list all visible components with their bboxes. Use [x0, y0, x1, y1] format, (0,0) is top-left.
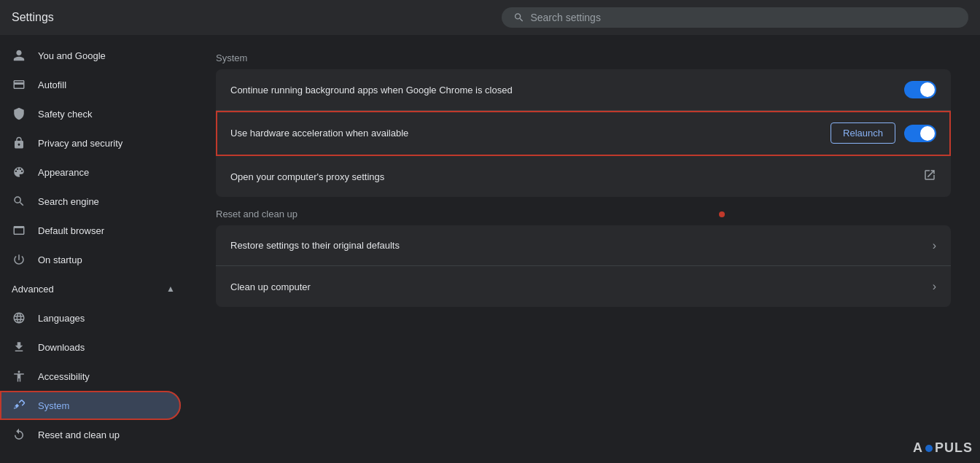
globe-icon: [12, 311, 26, 325]
header-title: Settings: [12, 11, 54, 24]
advanced-label: Advanced: [12, 284, 54, 295]
toggle-thumb: [920, 82, 935, 97]
sidebar-label-autofill: Autofill: [38, 79, 66, 90]
search-bar: [502, 7, 968, 28]
sidebar-item-autofill[interactable]: Autofill: [0, 70, 181, 99]
sidebar-label-privacy: Privacy and security: [38, 138, 122, 149]
sidebar-label-reset: Reset and clean up: [38, 429, 120, 440]
toggle-thumb-hw: [920, 126, 935, 141]
sidebar-item-system[interactable]: System: [0, 391, 181, 420]
sidebar-item-you-and-google[interactable]: You and Google: [0, 41, 181, 70]
power-icon: [12, 252, 26, 267]
sidebar-label-default-browser: Default browser: [38, 225, 104, 236]
red-dot-indicator: [719, 211, 725, 217]
bg-apps-label: Continue running background apps when Go…: [230, 85, 904, 96]
bg-apps-actions: [904, 81, 936, 98]
sidebar-item-on-startup[interactable]: On startup: [0, 245, 181, 274]
sidebar-item-appearance[interactable]: Appearance: [0, 157, 181, 187]
reset-section-title: Reset and clean up: [216, 209, 951, 219]
credit-card-icon: [12, 77, 26, 92]
external-link-icon: [923, 168, 936, 184]
sidebar-item-safety-check[interactable]: Safety check: [0, 99, 181, 128]
palette-icon: [12, 165, 26, 179]
sidebar-item-default-browser[interactable]: Default browser: [0, 216, 181, 245]
clean-up-actions: ›: [933, 280, 936, 293]
clean-up-label: Clean up computer: [230, 281, 933, 292]
hw-acceleration-actions: Relaunch: [831, 122, 936, 144]
download-icon: [12, 340, 26, 354]
proxy-settings-row[interactable]: Open your computer's proxy settings: [216, 156, 951, 197]
restore-settings-label: Restore settings to their original defau…: [230, 240, 933, 251]
reset-card: Restore settings to their original defau…: [216, 225, 951, 307]
accessibility-icon: [12, 369, 26, 384]
wrench-icon: [12, 398, 26, 413]
sidebar-item-downloads[interactable]: Downloads: [0, 332, 181, 362]
search-input[interactable]: [530, 12, 957, 23]
sidebar-label-accessibility: Accessibility: [38, 371, 90, 382]
sidebar-item-reset[interactable]: Reset and clean up: [0, 420, 181, 449]
sidebar-item-languages[interactable]: Languages: [0, 303, 181, 332]
bg-apps-toggle[interactable]: [904, 81, 936, 98]
sidebar-label-system: System: [38, 400, 69, 411]
reset-icon: [12, 427, 26, 442]
main-content: System Continue running background apps …: [187, 35, 980, 463]
clean-up-computer-row[interactable]: Clean up computer ›: [216, 266, 951, 307]
sidebar-label-search-engine: Search engine: [38, 196, 99, 207]
sidebar-item-privacy[interactable]: Privacy and security: [0, 128, 181, 157]
watermark: A PULS: [913, 440, 973, 456]
chevron-up-icon: ▲: [166, 284, 175, 294]
restore-settings-row[interactable]: Restore settings to their original defau…: [216, 225, 951, 266]
sidebar-item-search-engine[interactable]: Search engine: [0, 187, 181, 216]
sidebar-item-accessibility[interactable]: Accessibility: [0, 362, 181, 391]
advanced-section-header[interactable]: Advanced ▲: [0, 274, 187, 303]
search-engine-icon: [12, 194, 26, 209]
main-layout: You and Google Autofill Safety check Pri…: [0, 35, 980, 463]
proxy-settings-label: Open your computer's proxy settings: [230, 171, 923, 182]
header: Settings: [0, 0, 980, 35]
browser-icon: [12, 223, 26, 238]
hw-acceleration-row: Use hardware acceleration when available…: [216, 111, 951, 156]
bg-apps-row: Continue running background apps when Go…: [216, 69, 951, 111]
person-icon: [12, 48, 26, 63]
sidebar-label-appearance: Appearance: [38, 167, 89, 178]
sidebar: You and Google Autofill Safety check Pri…: [0, 35, 187, 463]
shield-icon: [12, 106, 26, 121]
sidebar-label-you-and-google: You and Google: [38, 50, 106, 61]
search-icon: [513, 12, 524, 23]
hw-acceleration-toggle[interactable]: [904, 125, 936, 142]
system-card: Continue running background apps when Go…: [216, 69, 951, 197]
hw-acceleration-label: Use hardware acceleration when available: [230, 128, 831, 139]
system-section-title: System: [216, 52, 951, 63]
chevron-right-icon: ›: [933, 239, 936, 252]
restore-settings-actions: ›: [933, 239, 936, 252]
sidebar-label-downloads: Downloads: [38, 342, 85, 353]
relaunch-button[interactable]: Relaunch: [831, 122, 895, 144]
proxy-settings-actions: [923, 168, 936, 184]
chevron-right-icon-2: ›: [933, 280, 936, 293]
lock-icon: [12, 136, 26, 150]
sidebar-label-safety-check: Safety check: [38, 109, 92, 120]
sidebar-label-on-startup: On startup: [38, 254, 82, 265]
sidebar-label-languages: Languages: [38, 313, 85, 324]
